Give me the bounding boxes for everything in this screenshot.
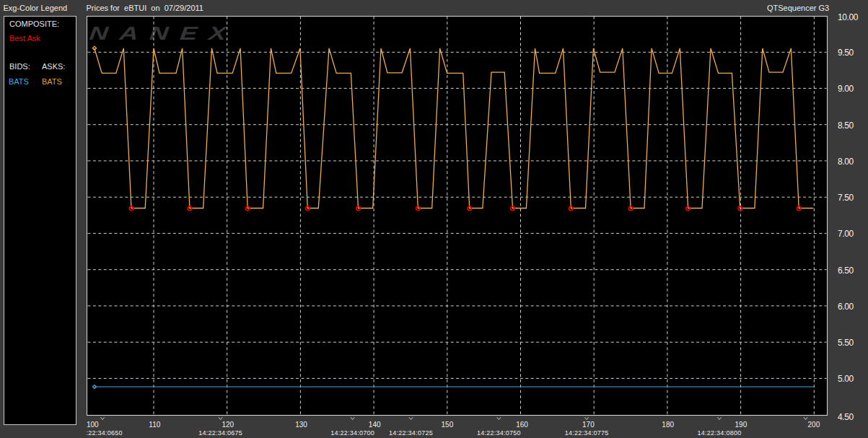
svg-text:NANEX: NANEX <box>88 22 238 44</box>
